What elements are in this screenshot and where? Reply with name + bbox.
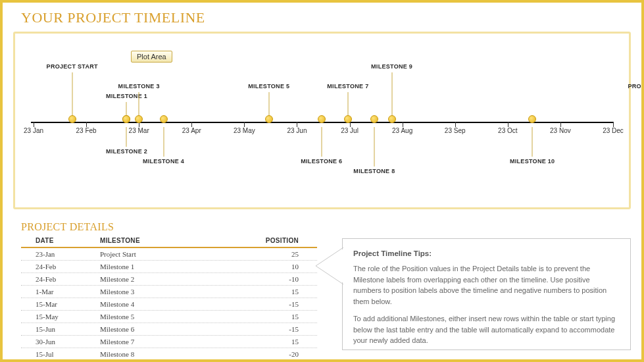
table-row: 1-MarMilestone 315 [21, 286, 317, 298]
axis-tick-label: 23 Nov [550, 127, 571, 134]
cell-date: 30-Jun [21, 338, 100, 346]
table-row: 23-JanProject Start25 [21, 248, 317, 261]
cell-date: 15-Jul [21, 350, 100, 358]
milestone-dot [68, 115, 76, 123]
milestone-dot [265, 115, 273, 123]
timeline-chart: 23 Jan23 Feb23 Mar23 Apr23 May23 Jun23 J… [15, 34, 629, 207]
table-row: 15-JulMilestone 8-20 [21, 348, 317, 361]
milestone-label: MILESTONE 2 [106, 148, 147, 155]
cell-milestone: Milestone 7 [100, 338, 218, 346]
cell-position: 15 [218, 288, 317, 296]
axis-tick-label: 23 Jun [287, 127, 307, 134]
axis-tick-label: 23 Jul [341, 127, 359, 134]
cell-date: 24-Feb [21, 275, 100, 283]
milestone-dot [318, 115, 326, 123]
cell-position: -15 [218, 300, 317, 308]
milestone-dot [160, 115, 168, 123]
tips-callout: Project Timeline Tips: The role of the P… [342, 238, 631, 361]
milestone-label: MILESTONE 9 [371, 63, 412, 70]
milestone-label: PROJECT END [628, 83, 644, 90]
cell-position: 25 [218, 250, 317, 258]
milestone-dot [528, 115, 536, 123]
cell-position: -10 [218, 275, 317, 283]
page-title: YOUR PROJECT TIMELINE [3, 3, 641, 30]
axis-tick-label: 23 Dec [603, 127, 624, 134]
cell-milestone: Milestone 2 [100, 275, 218, 283]
col-position: POSITION [218, 237, 317, 244]
tips-heading: Project Timeline Tips: [353, 248, 620, 259]
milestone-label: MILESTONE 8 [353, 168, 395, 174]
milestone-label: MILESTONE 3 [118, 83, 160, 90]
axis-tick-label: 23 Sep [445, 127, 466, 134]
axis-tick-label: 23 Jan [24, 127, 43, 134]
cell-position: 15 [218, 313, 317, 321]
axis-tick-label: 23 Oct [498, 127, 517, 134]
cell-milestone: Milestone 4 [100, 300, 218, 308]
cell-position: 15 [218, 338, 317, 346]
cell-milestone: Milestone 8 [100, 350, 218, 358]
cell-date: 15-May [21, 313, 100, 321]
axis-tick-label: 23 Feb [76, 127, 97, 134]
details-heading: PROJECT DETAILS [3, 209, 641, 236]
cell-position: -15 [218, 325, 317, 333]
cell-milestone: Milestone 3 [100, 288, 218, 296]
milestone-label: MILESTONE 5 [248, 83, 289, 90]
cell-date: 23-Jan [21, 250, 100, 258]
milestone-dot [370, 115, 378, 123]
milestone-dot [344, 115, 352, 123]
cell-milestone: Milestone 1 [100, 263, 218, 271]
table-row: 15-JunMilestone 6-15 [21, 323, 317, 336]
axis-tick-label: 23 May [234, 127, 255, 134]
cell-milestone: Project Start [100, 250, 218, 258]
cell-milestone: Milestone 6 [100, 325, 218, 333]
details-table: DATE MILESTONE POSITION 23-JanProject St… [21, 236, 317, 361]
milestone-label: MILESTONE 4 [143, 158, 184, 165]
milestone-label: MILESTONE 6 [301, 158, 342, 165]
milestone-dot [388, 115, 396, 123]
cell-date: 15-Mar [21, 300, 100, 308]
milestone-label: MILESTONE 10 [510, 158, 555, 165]
cell-position: -20 [218, 350, 317, 358]
table-row: 30-JunMilestone 715 [21, 336, 317, 348]
callout-tail-icon [316, 247, 343, 287]
axis-tick-label: 23 Mar [129, 127, 149, 134]
milestone-label: MILESTONE 7 [327, 83, 368, 90]
cell-date: 1-Mar [21, 288, 100, 296]
timeline-panel: Plot Area 23 Jan23 Feb23 Mar23 Apr23 May… [13, 32, 631, 209]
tips-p2: To add additional Milestones, either ins… [353, 313, 620, 346]
cell-position: 10 [218, 263, 317, 271]
cell-milestone: Milestone 5 [100, 313, 218, 321]
axis-tick-label: 23 Apr [182, 127, 201, 134]
milestone-dot [135, 115, 143, 123]
col-date: DATE [21, 237, 100, 244]
milestone-label: MILESTONE 1 [106, 93, 147, 99]
tips-p1: The role of the Position values in the P… [353, 263, 620, 307]
cell-date: 15-Jun [21, 325, 100, 333]
milestone-label: PROJECT START [47, 63, 98, 70]
table-row: 24-FebMilestone 2-10 [21, 273, 317, 286]
axis-tick-label: 23 Aug [392, 127, 412, 134]
table-row: 15-MayMilestone 515 [21, 311, 317, 323]
table-row: 24-FebMilestone 110 [21, 261, 317, 273]
col-milestone: MILESTONE [100, 237, 218, 244]
table-row: 15-MarMilestone 4-15 [21, 298, 317, 311]
milestone-dot [122, 115, 130, 123]
cell-date: 24-Feb [21, 263, 100, 271]
table-header: DATE MILESTONE POSITION [21, 236, 317, 248]
